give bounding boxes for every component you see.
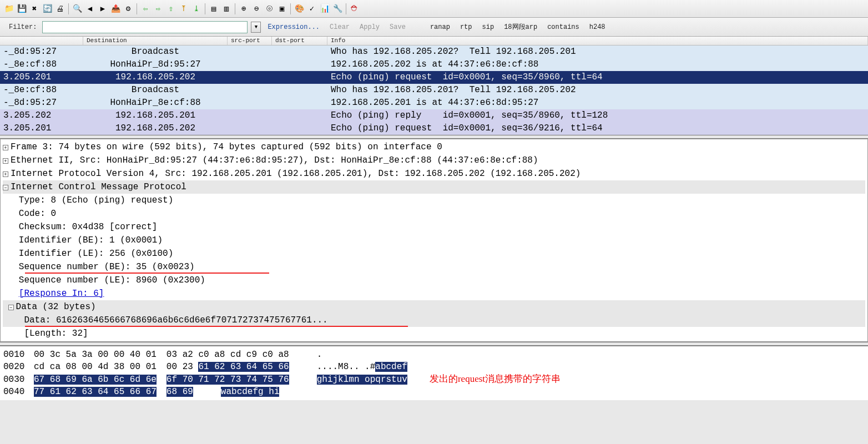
detail-eth[interactable]: Ethernet II, Src: HonHaiPr_8d:95:27 (44:… [11, 155, 538, 165]
icon-reload[interactable]: 🔄 [42, 3, 53, 14]
hex-row[interactable]: 003067 68 69 6a 6b 6c 6d 6e6f 70 71 72 7… [3, 373, 865, 386]
cell-dstport [272, 84, 327, 97]
filter-preset-sip[interactable]: sip [479, 23, 498, 31]
icon-resize[interactable]: ▥ [221, 3, 232, 14]
filter-dropdown-button[interactable]: ▼ [251, 22, 261, 33]
hex-row[interactable]: 004077 61 62 63 64 65 66 6768 69wabcdefg… [3, 386, 865, 398]
icon-fit[interactable]: ▣ [276, 3, 287, 14]
cell-srcport [228, 97, 272, 109]
icon-opts[interactable]: 📊 [319, 3, 330, 14]
filter-apply-link[interactable]: Apply [356, 23, 383, 31]
icon-goup[interactable]: ⤒ [178, 3, 189, 14]
detail-id-le[interactable]: Identifier (LE): 256 (0x0100) [19, 249, 173, 259]
filter-preset-h248[interactable]: h248 [586, 23, 609, 31]
detail-seq-be[interactable]: Sequence number (BE): 35 (0x0023) [19, 262, 195, 272]
icon-help[interactable]: ⛑ [349, 3, 360, 14]
detail-icmp[interactable]: Internet Control Message Protocol [11, 182, 186, 192]
filter-preset-contains[interactable]: contains [544, 23, 583, 31]
cell-destination: HonHaiPr_8d:95:27 [83, 58, 228, 71]
col-destination[interactable]: Destination [83, 37, 228, 45]
icon-color[interactable]: 🎨 [294, 3, 305, 14]
splitter-2[interactable] [0, 342, 868, 346]
icon-goback[interactable]: ⇦ [140, 3, 151, 14]
icon-close[interactable]: ✖ [29, 3, 40, 14]
hex-ascii-selected: ghijklmn opqrstuv [317, 375, 407, 385]
detail-id-be[interactable]: Identifier (BE): 1 (0x0001) [19, 235, 163, 245]
collapse-icon[interactable]: − [8, 305, 14, 310]
icon-export[interactable]: 📤 [110, 3, 121, 14]
filter-clear-link[interactable]: Clear [326, 23, 353, 31]
cell-dstport [272, 71, 327, 84]
col-src[interactable] [0, 37, 83, 45]
col-srcport[interactable]: src-port [228, 37, 272, 45]
main-toolbar: 📁 💾 ✖ 🔄 🖨 🔍 ◀ ▶ 📤 ⚙ ⇦ ⇨ ⇧ ⤒ ⤓ ▤ ▥ ⊕ ⊖ ⦾ … [0, 0, 868, 18]
collapse-icon[interactable]: − [3, 185, 8, 190]
col-info[interactable]: Info [327, 37, 868, 45]
filter-bar: Filter: ▼ Expression... Clear Apply Save… [0, 18, 868, 37]
cell-dstport [272, 58, 327, 71]
icon-cap[interactable]: ✓ [306, 3, 317, 14]
icon-open[interactable]: 📁 [3, 3, 14, 14]
packet-row[interactable]: 3.205.201192.168.205.202Echo (ping) requ… [0, 122, 868, 135]
filter-save-link[interactable]: Save [386, 23, 409, 31]
icon-print[interactable]: 🖨 [54, 3, 65, 14]
detail-checksum[interactable]: Checksum: 0x4d38 [correct] [19, 222, 158, 232]
icon-find[interactable]: 🔍 [72, 3, 83, 14]
detail-data-len[interactable]: [Length: 32] [24, 329, 88, 339]
detail-response-link[interactable]: [Response In: 6] [19, 289, 104, 299]
packet-details[interactable]: +Frame 3: 74 bytes on wire (592 bits), 7… [0, 139, 868, 342]
detail-data-val[interactable]: Data: 6162636465666768696a6b6c6d6e6f7071… [24, 315, 327, 325]
packet-list[interactable]: -_8d:95:27BroadcastWho has 192.168.205.2… [0, 46, 868, 135]
icon-next[interactable]: ▶ [97, 3, 108, 14]
cell-source: 3.205.201 [0, 71, 83, 84]
icon-prev[interactable]: ◀ [84, 3, 95, 14]
packet-row[interactable]: -_8e:cf:88HonHaiPr_8d:95:27192.168.205.2… [0, 58, 868, 71]
icon-godown[interactable]: ⤓ [191, 3, 202, 14]
icon-gofwd[interactable]: ⇨ [153, 3, 164, 14]
expand-icon[interactable]: + [3, 158, 8, 164]
cell-source: -_8e:cf:88 [0, 58, 83, 71]
detail-type[interactable]: Type: 8 (Echo (ping) request) [19, 195, 173, 205]
detail-seq-le[interactable]: Sequence number (LE): 8960 (0x2300) [19, 275, 205, 285]
filter-preset-18arp[interactable]: 18网段arp [501, 22, 541, 32]
cell-dstport [272, 122, 327, 135]
cell-info: Who has 192.168.205.202? Tell 192.168.20… [327, 46, 868, 58]
hex-offset: 0020 [3, 361, 34, 373]
hex-offset: 0030 [3, 374, 34, 386]
packet-row[interactable]: 3.205.201192.168.205.202Echo (ping) requ… [0, 71, 868, 84]
cell-dstport [272, 46, 327, 58]
packet-row[interactable]: -_8e:cf:88BroadcastWho has 192.168.205.2… [0, 84, 868, 97]
filter-preset-rtp[interactable]: rtp [457, 23, 476, 31]
hex-bytes: 00 23 [166, 362, 199, 372]
detail-code[interactable]: Code: 0 [19, 209, 56, 219]
hex-view[interactable]: 001000 3c 5a 3a 00 00 40 0103 a2 c0 a8 c… [0, 346, 868, 400]
icon-cols[interactable]: ▤ [208, 3, 219, 14]
icon-zoomout[interactable]: ⊖ [251, 3, 262, 14]
detail-ip[interactable]: Internet Protocol Version 4, Src: 192.16… [11, 169, 581, 179]
icon-ana[interactable]: 🔧 [332, 3, 343, 14]
filter-expression-link[interactable]: Expression... [264, 23, 323, 31]
cell-destination: HonHaiPr_8e:cf:88 [83, 97, 228, 109]
cell-info: Who has 192.168.205.201? Tell 192.168.20… [327, 84, 868, 97]
icon-cfg[interactable]: ⚙ [123, 3, 134, 14]
filter-preset-ranap[interactable]: ranap [427, 23, 453, 31]
packet-row[interactable]: -_8d:95:27BroadcastWho has 192.168.205.2… [0, 46, 868, 58]
cell-destination: 192.168.205.202 [83, 71, 228, 84]
filter-input[interactable] [42, 21, 248, 33]
splitter-1[interactable] [0, 135, 868, 139]
detail-frame[interactable]: Frame 3: 74 bytes on wire (592 bits), 74… [11, 142, 442, 152]
icon-gotop[interactable]: ⇧ [165, 3, 176, 14]
expand-icon[interactable]: + [3, 145, 8, 150]
packet-row[interactable]: -_8d:95:27HonHaiPr_8e:cf:88192.168.205.2… [0, 97, 868, 109]
icon-zoomin[interactable]: ⊕ [238, 3, 249, 14]
expand-icon[interactable]: + [3, 171, 8, 177]
hex-row[interactable]: 001000 3c 5a 3a 00 00 40 0103 a2 c0 a8 c… [3, 349, 865, 361]
hex-row[interactable]: 0020cd ca 08 00 4d 38 00 0100 23 61 62 6… [3, 361, 865, 373]
icon-save[interactable]: 💾 [16, 3, 27, 14]
hex-ascii-selected: abcdef [375, 362, 407, 372]
icon-zoom1[interactable]: ⦾ [264, 3, 275, 14]
packet-row[interactable]: 3.205.202192.168.205.201Echo (ping) repl… [0, 109, 868, 122]
col-dstport[interactable]: dst-port [272, 37, 327, 45]
cell-info: 192.168.205.202 is at 44:37:e6:8e:cf:88 [327, 58, 868, 71]
detail-data-hdr[interactable]: Data (32 bytes) [16, 302, 96, 312]
